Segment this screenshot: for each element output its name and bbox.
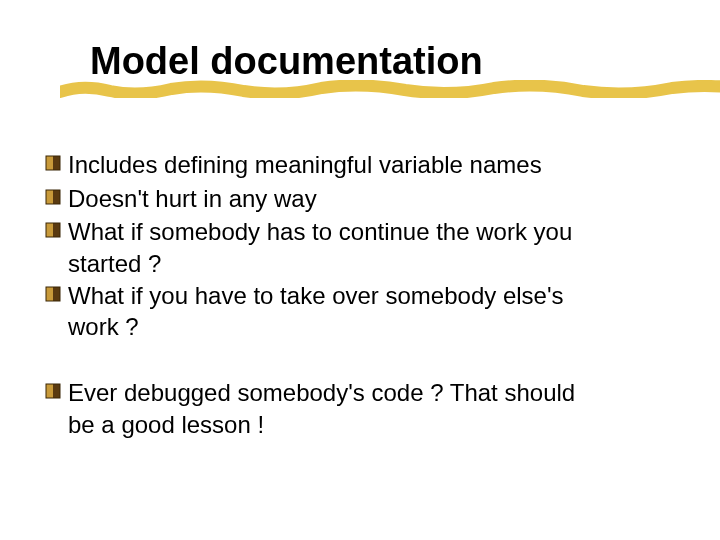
bullet-icon <box>44 154 62 172</box>
bullet-icon <box>44 285 62 303</box>
bullet-text-cont: be a good lesson ! <box>44 409 672 441</box>
svg-rect-1 <box>46 156 53 170</box>
list-item: What if you have to take over somebody e… <box>44 280 672 312</box>
list-item: Includes defining meaningful variable na… <box>44 149 672 181</box>
list-item: Doesn't hurt in any way <box>44 183 672 215</box>
slide-title: Model documentation <box>90 40 680 83</box>
svg-rect-13 <box>46 384 53 398</box>
bullet-list: Includes defining meaningful variable na… <box>40 149 680 440</box>
bullet-text: Includes defining meaningful variable na… <box>68 149 542 181</box>
list-item: Ever debugged somebody's code ? That sho… <box>44 377 672 409</box>
slide: Model documentation Includes defining me… <box>0 0 720 540</box>
bullet-text-cont: started ? <box>44 248 672 280</box>
svg-rect-7 <box>46 223 53 237</box>
bullet-icon <box>44 382 62 400</box>
bullet-icon <box>44 188 62 206</box>
bullet-icon <box>44 221 62 239</box>
bullet-text: What if you have to take over somebody e… <box>68 280 672 312</box>
title-block: Model documentation <box>90 40 680 83</box>
bullet-text: What if somebody has to continue the wor… <box>68 216 672 248</box>
svg-rect-10 <box>46 287 53 301</box>
bullet-text-cont: work ? <box>44 311 672 343</box>
list-item: What if somebody has to continue the wor… <box>44 216 672 248</box>
svg-rect-4 <box>46 190 53 204</box>
bullet-text: Doesn't hurt in any way <box>68 183 317 215</box>
bullet-text: Ever debugged somebody's code ? That sho… <box>68 377 672 409</box>
